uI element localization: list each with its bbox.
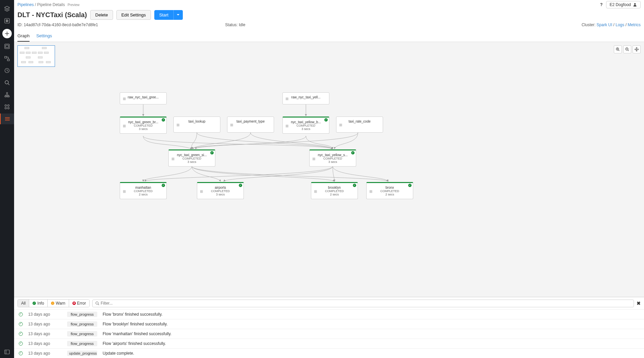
svg-rect-4 bbox=[5, 56, 7, 58]
table-icon: ▦ bbox=[339, 123, 342, 127]
spark-ui-link[interactable]: Spark UI bbox=[597, 23, 612, 27]
table-icon: ▦ bbox=[314, 189, 317, 193]
user-name: E2 Dogfood bbox=[610, 2, 631, 7]
zoom-out-button[interactable] bbox=[623, 45, 631, 53]
svg-rect-5 bbox=[7, 59, 9, 61]
filter-error[interactable]: ✖Error bbox=[69, 300, 90, 307]
start-button[interactable]: Start bbox=[154, 10, 173, 20]
node-manhattan[interactable]: ▦manhattanCOMPLETED2 secs bbox=[120, 182, 167, 199]
node-title: brooklyn bbox=[328, 186, 341, 189]
sidebar-item-flow[interactable] bbox=[0, 53, 14, 64]
graph-canvas[interactable]: ▦raw_nyc_taxi_gree... ▦raw_nyc_taxi_yell… bbox=[14, 42, 644, 297]
node-time: 3 secs bbox=[216, 193, 225, 196]
node-payment[interactable]: ▦taxi_payment_type bbox=[227, 117, 274, 133]
node-title: bronx bbox=[385, 186, 394, 189]
log-type: flow_progress bbox=[67, 341, 97, 346]
pipeline-id: 14ad87cf-70da-4160-8ecd-ba9e7e7d8fe1 bbox=[24, 23, 98, 27]
sidebar-item-pipelines[interactable] bbox=[0, 114, 14, 124]
node-yellow-b[interactable]: ▦nyc_taxi_yellow_b...COMPLETED3 secs bbox=[282, 117, 329, 134]
minimap[interactable] bbox=[17, 45, 55, 67]
edit-settings-button[interactable]: Edit Settings bbox=[116, 10, 151, 20]
help-icon[interactable]: ? bbox=[600, 2, 602, 7]
filter-warn[interactable]: !Warn bbox=[48, 300, 69, 307]
table-icon: ▦ bbox=[312, 156, 315, 160]
log-close-button[interactable]: ✖ bbox=[637, 301, 641, 306]
preview-badge: Preview bbox=[67, 3, 79, 7]
node-status: COMPLETED bbox=[211, 189, 230, 193]
node-status: COMPLETED bbox=[134, 189, 153, 193]
log-type: flow_progress bbox=[67, 312, 97, 317]
node-title: raw_nyc_taxi_gree... bbox=[128, 95, 159, 99]
table-icon: ▦ bbox=[200, 189, 203, 193]
user-menu[interactable]: E2 Dogfood bbox=[606, 1, 641, 8]
breadcrumb-root[interactable]: Pipelines bbox=[17, 2, 34, 7]
log-row[interactable]: 13 days agoflow_progressFlow 'manhattan'… bbox=[14, 329, 644, 339]
node-title: nyc_taxi_green_br... bbox=[128, 120, 158, 124]
tab-graph[interactable]: Graph bbox=[17, 31, 30, 42]
check-icon bbox=[324, 118, 328, 122]
sidebar-item-panel[interactable] bbox=[0, 347, 14, 357]
svg-point-7 bbox=[5, 81, 8, 84]
sidebar-add[interactable] bbox=[2, 29, 12, 38]
check-icon bbox=[353, 184, 356, 187]
log-filter-input[interactable] bbox=[101, 301, 631, 306]
zoom-fit-button[interactable] bbox=[633, 45, 641, 53]
node-time: 2 secs bbox=[330, 193, 339, 196]
node-airports[interactable]: ▦airportsCOMPLETED3 secs bbox=[197, 182, 244, 199]
node-title: nyc_taxi_yellow_s... bbox=[318, 153, 348, 157]
node-status: COMPLETED bbox=[323, 157, 342, 160]
node-title: nyc_taxi_green_si... bbox=[177, 153, 207, 157]
id-label: ID: bbox=[17, 23, 22, 27]
svg-text:D: D bbox=[6, 19, 8, 23]
delete-button[interactable]: Delete bbox=[90, 10, 113, 20]
node-brooklyn[interactable]: ▦brooklynCOMPLETED2 secs bbox=[311, 182, 358, 199]
svg-point-11 bbox=[8, 96, 9, 97]
svg-point-15 bbox=[8, 107, 9, 109]
node-green-br[interactable]: ▦nyc_taxi_green_br...COMPLETED3 secs bbox=[120, 117, 167, 134]
node-title: raw_nyc_taxi_yell... bbox=[291, 95, 320, 99]
chevron-down-icon bbox=[176, 13, 180, 16]
filter-info[interactable]: ✓Info bbox=[29, 300, 48, 307]
log-timestamp: 13 days ago bbox=[28, 351, 62, 356]
table-icon: ▦ bbox=[369, 189, 372, 193]
table-icon: ▦ bbox=[123, 124, 126, 127]
node-title: airports bbox=[215, 186, 226, 189]
sidebar-item-d[interactable]: D bbox=[0, 15, 14, 26]
sidebar-logo[interactable] bbox=[0, 3, 14, 14]
sidebar-item-search[interactable] bbox=[0, 77, 14, 88]
ok-icon bbox=[19, 342, 23, 346]
node-yellow-s[interactable]: ▦nyc_taxi_yellow_s...COMPLETED3 secs bbox=[309, 149, 356, 167]
log-row[interactable]: 13 days agoflow_progressFlow 'brooklyn' … bbox=[14, 319, 644, 329]
sidebar-item-box[interactable] bbox=[0, 41, 14, 52]
node-raw-green[interactable]: ▦raw_nyc_taxi_gree... bbox=[120, 92, 167, 104]
check-icon bbox=[351, 151, 355, 154]
table-icon: ▦ bbox=[230, 123, 233, 127]
svg-point-9 bbox=[5, 96, 6, 97]
log-type: flow_progress bbox=[67, 331, 97, 337]
sidebar: D bbox=[0, 0, 14, 358]
search-icon bbox=[95, 301, 99, 305]
log-message: Update complete. bbox=[103, 351, 134, 356]
log-row[interactable]: 13 days agoflow_progressFlow 'bronx' fin… bbox=[14, 309, 644, 319]
page-title: DLT - NYCTaxi (Scala) bbox=[17, 11, 87, 19]
filter-all[interactable]: All bbox=[18, 300, 29, 307]
sidebar-item-compute[interactable] bbox=[0, 101, 14, 112]
start-dropdown[interactable] bbox=[173, 10, 183, 20]
log-row[interactable]: 13 days agoflow_progressFlow 'airports' … bbox=[14, 339, 644, 348]
log-panel: All ✓Info !Warn ✖Error ✖ 13 days agoflow… bbox=[14, 297, 644, 358]
log-timestamp: 13 days ago bbox=[28, 322, 62, 326]
logs-link[interactable]: Logs bbox=[615, 23, 624, 27]
node-green-si[interactable]: ▦nyc_taxi_green_si...COMPLETED3 secs bbox=[168, 149, 215, 167]
metrics-link[interactable]: Metrics bbox=[628, 23, 641, 27]
sidebar-item-tree[interactable] bbox=[0, 89, 14, 100]
log-row[interactable]: 13 days agoupdate_progressUpdate complet… bbox=[14, 348, 644, 358]
node-lookup[interactable]: ▦taxi_lookup bbox=[173, 117, 220, 133]
node-rate[interactable]: ▦taxi_rate_code bbox=[336, 117, 383, 133]
node-bronx[interactable]: ▦bronxCOMPLETED2 secs bbox=[366, 182, 413, 199]
sidebar-item-recents[interactable] bbox=[0, 65, 14, 76]
node-raw-yellow[interactable]: ▦raw_nyc_taxi_yell... bbox=[282, 92, 329, 104]
node-status: COMPLETED bbox=[134, 124, 153, 127]
zoom-in-button[interactable] bbox=[614, 45, 622, 53]
tab-settings[interactable]: Settings bbox=[36, 31, 52, 42]
svg-point-12 bbox=[5, 105, 7, 106]
